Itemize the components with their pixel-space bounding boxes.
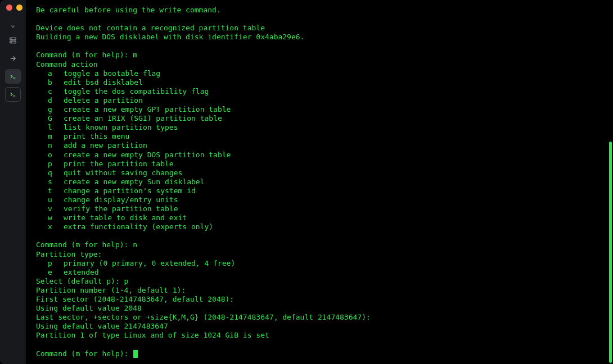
chevron-down-icon[interactable]: ⌄ [5, 19, 21, 30]
scrollbar-thumb[interactable] [609, 142, 612, 363]
terminal-line: gcreate a new empty GPT partition table [36, 105, 606, 114]
server-icon[interactable] [5, 33, 21, 48]
terminal-line: pprimary (0 primary, 0 extended, 4 free) [36, 259, 606, 268]
terminal-line: mprint this menu [36, 132, 606, 141]
arrow-right-icon[interactable] [5, 51, 21, 66]
terminal-line: wwrite table to disk and exit [36, 213, 606, 222]
terminal-line: ocreate a new empty DOS partition table [36, 151, 606, 160]
minimize-button[interactable] [16, 4, 22, 11]
terminal-line: ctoggle the dos compatibility flag [36, 87, 606, 96]
terminal-line: Partition type: [36, 250, 606, 259]
terminal-line: screate a new empty Sun disklabel [36, 178, 606, 186]
terminal-output[interactable]: Be careful before using the write comman… [26, 0, 613, 364]
terminal-line: Last sector, +sectors or +size{K,M,G} (2… [36, 313, 606, 322]
terminal-line: xextra functionality (experts only) [36, 222, 606, 231]
terminal-line: vverify the partition table [36, 204, 606, 213]
terminal-line: Using default value 2048 [36, 304, 606, 313]
terminal-line: nadd a new partition [36, 141, 606, 150]
terminal-line [36, 42, 606, 51]
terminal-line: Partition number (1-4, default 1): [36, 286, 606, 295]
terminal-line [36, 340, 606, 349]
terminal-line: Using default value 2147483647 [36, 322, 606, 331]
close-button[interactable] [6, 4, 12, 11]
terminal-line: Command (m for help): m [36, 51, 606, 60]
terminal-line: Command (m for help): [36, 349, 606, 358]
terminal-line: Building a new DOS disklabel with disk i… [36, 33, 606, 42]
terminal-line: eextended [36, 268, 606, 277]
terminal-line: tchange a partition's system id [36, 186, 606, 195]
terminal-line [36, 231, 606, 240]
terminal-line: llist known partition types [36, 123, 606, 132]
terminal-line: First sector (2048-2147483647, default 2… [36, 295, 606, 304]
terminal-line: qquit without saving changes [36, 169, 606, 178]
terminal-tab-icon[interactable] [5, 69, 21, 84]
svg-point-2 [11, 39, 12, 39]
terminal-line: Gcreate an IRIX (SGI) partition table [36, 114, 606, 123]
terminal-line: ddelete a partition [36, 96, 606, 105]
input-cursor[interactable] [133, 350, 138, 358]
new-terminal-icon[interactable] [5, 87, 21, 102]
terminal-line: pprint the partition table [36, 160, 606, 169]
terminal-line: uchange display/entry units [36, 195, 606, 204]
terminal-line: atoggle a bootable flag [36, 69, 606, 78]
app-sidebar: ⌄ [0, 0, 26, 364]
terminal-line: bedit bsd disklabel [36, 78, 606, 87]
terminal-line: Command (m for help): n [36, 240, 606, 249]
terminal-line: Partition 1 of type Linux and of size 10… [36, 331, 606, 340]
terminal-line: Command action [36, 60, 606, 69]
terminal-line [36, 15, 606, 24]
terminal-line: Device does not contain a recognized par… [36, 24, 606, 33]
terminal-window: ⌄ Be careful before using the write comm… [0, 0, 613, 364]
svg-point-3 [11, 42, 12, 43]
terminal-line: Be careful before using the write comman… [36, 6, 606, 15]
terminal-line: Select (default p): p [36, 277, 606, 286]
